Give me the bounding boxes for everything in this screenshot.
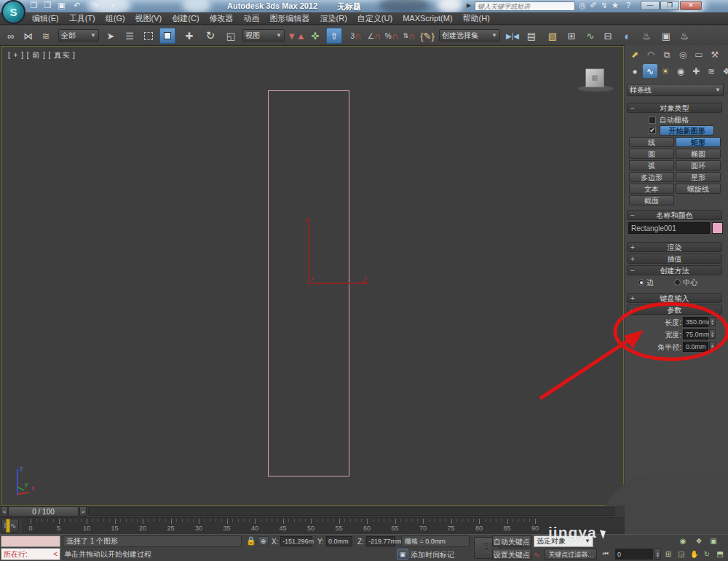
menu-maxscript[interactable]: MAXScript(M) [403,14,452,23]
rollout-interpolation[interactable]: +插值 [627,254,722,264]
mirror-icon[interactable]: ▶|◀ [505,28,521,44]
param-width-spinner[interactable]: ▲▼ [709,329,716,339]
maxscript-listener-white[interactable]: 所在行: < [1,548,60,560]
select-and-rotate-icon[interactable]: ↻ [202,28,218,44]
menu-views[interactable]: 视图(V) [135,13,162,24]
param-length-field[interactable]: 350.0mm [683,317,708,327]
rollout-object-type[interactable]: −对象类型 [627,103,722,113]
category-spacewarps-icon[interactable]: ≋ [704,64,719,78]
button-ellipse[interactable]: 椭圆 [676,149,721,159]
param-width-field[interactable]: 75.0mm [683,329,708,340]
angle-snap-icon[interactable]: ∠∩ [366,28,382,44]
button-arc[interactable]: 弧 [629,160,674,170]
x-coord-field[interactable]: -151.296m [280,536,312,546]
button-ngon[interactable]: 多边形 [629,172,674,182]
key-curve-icon[interactable]: ∿ [534,550,540,560]
select-and-link-icon[interactable]: ∞ [3,28,19,44]
menu-tools[interactable]: 工具(T) [69,13,95,24]
search-input[interactable] [475,1,575,11]
tab-utilities-icon[interactable]: ⚒ [708,47,722,61]
search-expand-icon[interactable]: ▶ [467,2,471,9]
start-new-shape-checkbox[interactable]: ✔ [649,127,656,134]
use-pivot-point-icon[interactable]: ▼▲ [288,28,304,44]
bind-to-space-warp-icon[interactable]: ≋ [38,28,54,44]
viewport-label[interactable]: [ + ] [ 前 ] [ 真实 ] [8,50,76,60]
select-and-scale-icon[interactable]: ◱ [223,28,239,44]
align-icon[interactable]: ▤ [523,28,539,44]
tab-hierarchy-icon[interactable]: ⧉ [660,47,674,61]
current-frame-marker[interactable] [6,519,10,533]
absolute-offset-toggle-icon[interactable]: ⊕ [258,536,269,546]
application-logo[interactable]: S [1,0,25,24]
menu-rendering[interactable]: 渲染(R) [320,13,347,24]
select-object-icon[interactable]: ➤ [103,28,119,44]
subscription-icon[interactable]: ↯ [599,0,609,11]
time-tag-icon[interactable]: ▣ [397,549,408,560]
field-of-view-icon[interactable]: ◲ [676,549,687,560]
rollout-rendering[interactable]: +渲染 [627,242,722,252]
menu-group[interactable]: 组(G) [106,13,125,24]
viewcube-cube-face[interactable]: 前 [585,68,604,87]
param-length-spinner[interactable]: ▲▼ [709,317,716,326]
shape-category-dropdown[interactable]: 样条线▼ [627,84,724,96]
spinner-snap-icon[interactable]: ⇅∩ [401,28,417,44]
menu-graph-editors[interactable]: 图形编辑器 [270,13,310,24]
category-helpers-icon[interactable]: ✚ [689,64,703,78]
current-frame-field[interactable]: 0 [615,549,653,560]
new-file-icon[interactable]: ❐ [28,0,40,11]
layer-manager-icon[interactable]: ▧ [545,28,561,44]
next-frame-button[interactable]: > [79,506,87,517]
rollout-parameters[interactable]: −参数 [627,305,722,315]
time-slider-track[interactable] [88,507,615,516]
snaps-toggle-3d-icon[interactable]: 3∩ [348,28,364,44]
menu-create[interactable]: 创建(C) [172,13,199,24]
category-geometry-icon[interactable]: ● [628,64,642,78]
named-selection-sets-dropdown[interactable]: 创建选择集▼ [439,29,500,42]
previous-frame-button[interactable]: < [1,506,8,517]
edit-named-selection-sets-icon[interactable]: {✎} [419,28,435,44]
percent-snap-icon[interactable]: %∩ [384,28,400,44]
button-circle[interactable]: 圆 [629,149,674,159]
rendered-frame-window-icon[interactable]: ▣ [658,28,674,44]
set-key-button[interactable]: 设置关键点 [492,549,531,560]
param-corner-radius-field[interactable]: 0.0mm [683,342,708,352]
favorites-star-icon[interactable]: ★ [610,0,620,11]
front-viewport[interactable]: [ + ] [ 前 ] [ 真实 ] 前 z x z x y [1,46,624,506]
object-name-field[interactable]: Rectangle001 [628,222,710,234]
button-text[interactable]: 文本 [629,184,674,194]
button-star[interactable]: 星形 [676,172,721,182]
keyboard-shortcut-override-icon[interactable]: ⇧ [326,28,342,44]
maximize-viewport-icon[interactable]: ⬒ [714,549,726,560]
orbit-icon[interactable]: ↻ [701,549,713,560]
zoom-icon[interactable]: ◉ [677,536,689,546]
start-new-shape-button[interactable]: 开始新图形 [660,125,714,136]
zoom-extents-icon[interactable]: ▣ [708,536,719,546]
tab-create-icon[interactable]: ⬈ [628,47,642,61]
close-button[interactable]: ✕ [680,1,702,10]
rollout-keyboard-entry[interactable]: +键盘输入 [627,293,722,303]
menu-help[interactable]: 帮助(H) [463,13,490,24]
category-systems-icon[interactable]: ❖ [719,64,728,78]
time-slider-handle[interactable]: 0 / 100 [8,506,79,517]
minimize-button[interactable]: — [641,1,660,10]
category-shapes-icon[interactable]: ∿ [643,64,657,78]
rectangular-selection-region-icon[interactable] [141,28,157,44]
render-production-icon[interactable]: ♨ [676,28,692,44]
selection-filter-dropdown[interactable]: 全部▼ [58,29,99,42]
window-crossing-toggle-icon[interactable] [159,28,175,44]
button-line[interactable]: 线 [629,137,674,147]
gizmo-horizontal-axis[interactable] [308,283,368,284]
z-coord-field[interactable]: -219.77mm [366,536,395,546]
radio-edge[interactable] [638,279,644,286]
rollout-name-color[interactable]: −名称和颜色 [627,210,722,220]
button-helix[interactable]: 螺旋线 [676,184,721,194]
y-coord-field[interactable]: 0.0mm [326,536,352,546]
maximize-button[interactable]: ❐ [660,1,679,10]
communication-center-icon[interactable]: ✐ [588,0,598,11]
rollout-creation-method[interactable]: −创建方法 [627,265,722,275]
open-file-icon[interactable]: ❒ [41,0,54,11]
menu-customize[interactable]: 自定义(U) [357,13,392,24]
mini-curve-editor-icon[interactable]: ⊞∿ [1,519,19,533]
button-section[interactable]: 截面 [629,195,674,205]
schematic-view-icon[interactable]: ⊟ [600,28,616,44]
